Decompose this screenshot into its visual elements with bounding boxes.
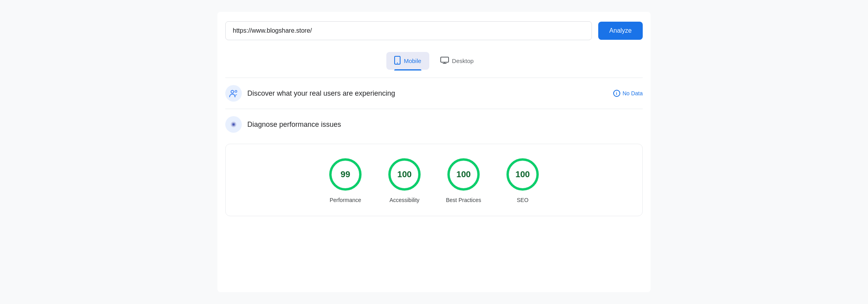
real-users-header: Discover what your real users are experi…	[225, 78, 643, 109]
score-item-seo: 100 SEO	[505, 157, 540, 203]
analyze-button[interactable]: Analyze	[598, 22, 643, 40]
tab-mobile-label: Mobile	[404, 57, 421, 64]
scores-card: 99 Performance 100 Accessibility 100 Bes…	[225, 144, 643, 216]
diagnose-icon	[225, 116, 242, 133]
url-section: Analyze	[217, 12, 651, 48]
score-number-0: 99	[341, 169, 350, 180]
svg-point-1	[397, 63, 398, 63]
tab-desktop-label: Desktop	[452, 57, 474, 64]
url-input[interactable]	[233, 27, 584, 34]
diagnose-header: Diagnose performance issues	[225, 109, 643, 140]
score-circle-3: 100	[505, 157, 540, 192]
score-item-accessibility: 100 Accessibility	[387, 157, 422, 203]
score-number-1: 100	[397, 169, 412, 180]
tab-section: Mobile Desktop	[217, 48, 651, 78]
score-circle-0: 99	[328, 157, 363, 192]
desktop-icon	[440, 57, 449, 65]
svg-point-8	[233, 124, 234, 125]
svg-point-3	[231, 91, 234, 93]
diagnose-section: Diagnose performance issues 99 Performan…	[217, 109, 651, 216]
score-item-best-practices: 100 Best Practices	[446, 157, 481, 203]
diagnose-left: Diagnose performance issues	[225, 116, 341, 133]
svg-rect-2	[441, 57, 449, 62]
score-label-0: Performance	[330, 197, 361, 203]
real-users-section: Discover what your real users are experi…	[217, 78, 651, 109]
real-users-title: Discover what your real users are experi…	[247, 89, 395, 98]
tab-desktop[interactable]: Desktop	[432, 53, 482, 69]
score-circle-2: 100	[446, 157, 481, 192]
mobile-icon	[394, 56, 401, 66]
info-icon: i	[613, 90, 620, 97]
score-number-3: 100	[516, 169, 530, 180]
diagnose-title: Diagnose performance issues	[247, 120, 341, 129]
score-number-2: 100	[456, 169, 471, 180]
real-users-left: Discover what your real users are experi…	[225, 85, 395, 102]
score-label-2: Best Practices	[446, 197, 481, 203]
real-users-icon	[225, 85, 242, 102]
score-label-1: Accessibility	[389, 197, 419, 203]
score-label-3: SEO	[517, 197, 529, 203]
no-data-label: No Data	[623, 90, 643, 96]
url-input-wrapper[interactable]	[225, 21, 592, 40]
page-wrapper: Analyze Mobile Desktop	[217, 12, 651, 292]
tab-mobile[interactable]: Mobile	[386, 52, 429, 70]
no-data-indicator: i No Data	[613, 90, 643, 97]
score-circle-1: 100	[387, 157, 422, 192]
svg-point-4	[235, 91, 237, 93]
scores-row: 99 Performance 100 Accessibility 100 Bes…	[234, 157, 634, 203]
score-item-performance: 99 Performance	[328, 157, 363, 203]
